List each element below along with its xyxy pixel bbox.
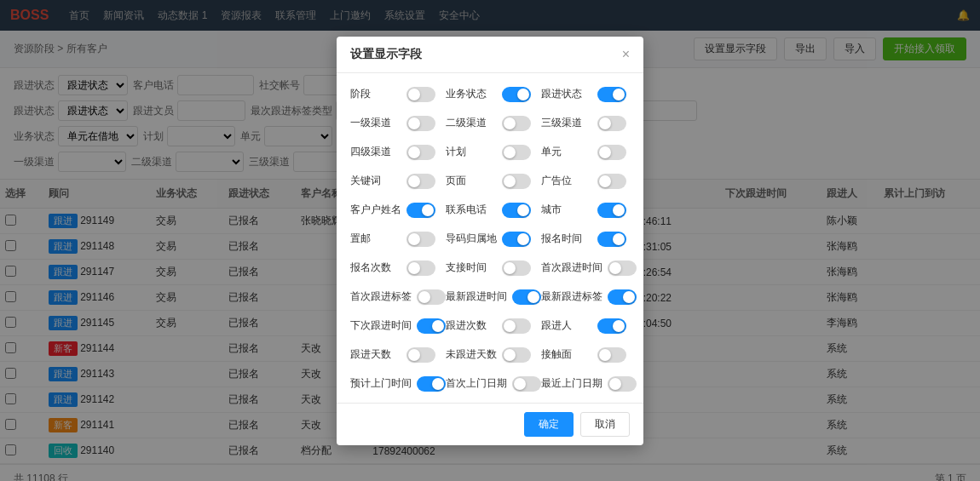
- field-toggle-switch[interactable]: [608, 289, 637, 305]
- field-toggle-item: 四级渠道: [350, 141, 446, 163]
- field-toggle-label: 跟进次数: [446, 318, 497, 333]
- field-toggle-switch[interactable]: [597, 203, 626, 218]
- toggle-track[interactable]: [502, 261, 531, 276]
- toggle-knob: [432, 320, 444, 332]
- field-toggle-switch[interactable]: [406, 261, 435, 276]
- field-toggle-switch[interactable]: [597, 318, 626, 334]
- field-toggle-switch[interactable]: [502, 347, 531, 363]
- toggle-track[interactable]: [597, 87, 626, 102]
- field-toggle-switch[interactable]: [608, 261, 637, 276]
- field-toggle-switch[interactable]: [597, 116, 626, 131]
- toggle-track[interactable]: [608, 261, 637, 276]
- field-toggle-switch[interactable]: [502, 174, 531, 189]
- toggle-track[interactable]: [608, 376, 637, 392]
- field-toggle-switch[interactable]: [597, 174, 626, 189]
- field-toggle-switch[interactable]: [417, 289, 446, 305]
- toggle-track[interactable]: [502, 87, 531, 102]
- modal-close-button[interactable]: ×: [622, 48, 630, 61]
- field-toggle-switch[interactable]: [597, 232, 626, 247]
- toggle-track[interactable]: [512, 289, 541, 305]
- toggle-track[interactable]: [406, 203, 435, 218]
- toggle-knob: [613, 204, 625, 216]
- field-toggle-item: 首次跟进时间: [541, 257, 637, 279]
- field-toggle-switch[interactable]: [502, 232, 531, 247]
- toggle-track[interactable]: [406, 347, 435, 363]
- field-toggle-label: 支接时间: [446, 261, 497, 275]
- field-toggle-switch[interactable]: [597, 347, 626, 363]
- toggle-track[interactable]: [597, 318, 626, 334]
- toggle-knob: [517, 233, 529, 245]
- toggle-track[interactable]: [417, 318, 446, 334]
- toggle-track[interactable]: [406, 232, 435, 247]
- toggle-track[interactable]: [406, 87, 435, 102]
- toggle-track[interactable]: [502, 145, 531, 160]
- field-toggle-label: 最新跟进时间: [446, 289, 507, 304]
- toggle-track[interactable]: [597, 347, 626, 363]
- field-toggle-item: 跟进人: [541, 315, 637, 337]
- field-toggle-switch[interactable]: [502, 87, 531, 102]
- toggle-knob: [432, 378, 444, 390]
- field-toggle-item: 首次跟进标签: [350, 286, 446, 308]
- field-toggle-switch[interactable]: [512, 289, 541, 305]
- toggle-track[interactable]: [597, 203, 626, 218]
- field-toggle-label: 报名次数: [350, 261, 401, 275]
- toggle-track[interactable]: [608, 289, 637, 305]
- cancel-button[interactable]: 取消: [580, 412, 630, 437]
- field-toggle-label: 首次跟进标签: [350, 289, 412, 304]
- field-toggle-switch[interactable]: [502, 318, 531, 334]
- field-toggle-label: 阶段: [350, 87, 401, 101]
- toggle-track[interactable]: [597, 116, 626, 131]
- toggle-track[interactable]: [502, 232, 531, 247]
- toggle-knob: [609, 378, 621, 390]
- field-toggle-switch[interactable]: [597, 145, 626, 160]
- toggle-track[interactable]: [597, 174, 626, 189]
- field-toggle-label: 跟进人: [541, 318, 592, 333]
- toggle-track[interactable]: [502, 347, 531, 363]
- toggle-track[interactable]: [597, 145, 626, 160]
- toggle-track[interactable]: [502, 174, 531, 189]
- toggle-track[interactable]: [406, 261, 435, 276]
- field-toggle-item: 最新跟进时间: [446, 286, 541, 308]
- toggle-track[interactable]: [417, 289, 446, 305]
- field-toggle-label: 一级渠道: [350, 116, 401, 130]
- toggle-track[interactable]: [406, 116, 435, 131]
- field-toggle-switch[interactable]: [406, 232, 435, 247]
- toggle-track[interactable]: [512, 376, 541, 392]
- field-toggle-item: 置邮: [350, 228, 446, 250]
- field-toggle-switch[interactable]: [502, 261, 531, 276]
- toggle-track[interactable]: [502, 116, 531, 131]
- toggle-knob: [623, 291, 635, 303]
- field-toggle-switch[interactable]: [417, 318, 446, 334]
- field-toggle-label: 城市: [541, 203, 592, 217]
- modal-title: 设置显示字段: [350, 47, 422, 62]
- field-toggle-item: 关键词: [350, 170, 446, 192]
- toggle-track[interactable]: [417, 376, 446, 392]
- toggle-knob: [504, 117, 516, 129]
- field-toggle-switch[interactable]: [502, 203, 531, 218]
- field-toggle-switch[interactable]: [406, 203, 435, 218]
- toggle-knob: [504, 349, 516, 361]
- field-toggle-switch[interactable]: [502, 145, 531, 160]
- field-toggle-switch[interactable]: [406, 116, 435, 131]
- field-toggle-switch[interactable]: [406, 87, 435, 102]
- field-toggle-switch[interactable]: [406, 174, 435, 189]
- field-toggle-switch[interactable]: [417, 376, 446, 392]
- field-toggle-switch[interactable]: [502, 116, 531, 131]
- toggle-knob: [517, 89, 529, 100]
- toggle-track[interactable]: [406, 174, 435, 189]
- confirm-button[interactable]: 确定: [524, 412, 574, 437]
- field-toggle-switch[interactable]: [406, 145, 435, 160]
- toggle-track[interactable]: [406, 145, 435, 160]
- toggle-track[interactable]: [502, 318, 531, 334]
- field-toggle-label: 下次跟进时间: [350, 318, 412, 333]
- field-toggle-switch[interactable]: [406, 347, 435, 363]
- toggle-track[interactable]: [597, 232, 626, 247]
- field-toggle-item: 最近上门日期: [541, 373, 637, 395]
- field-toggle-switch[interactable]: [608, 376, 637, 392]
- field-toggle-item: 城市: [541, 199, 637, 221]
- toggle-knob: [422, 204, 434, 216]
- field-toggle-label: 四级渠道: [350, 145, 401, 159]
- field-toggle-switch[interactable]: [512, 376, 541, 392]
- field-toggle-switch[interactable]: [597, 87, 626, 102]
- toggle-track[interactable]: [502, 203, 531, 218]
